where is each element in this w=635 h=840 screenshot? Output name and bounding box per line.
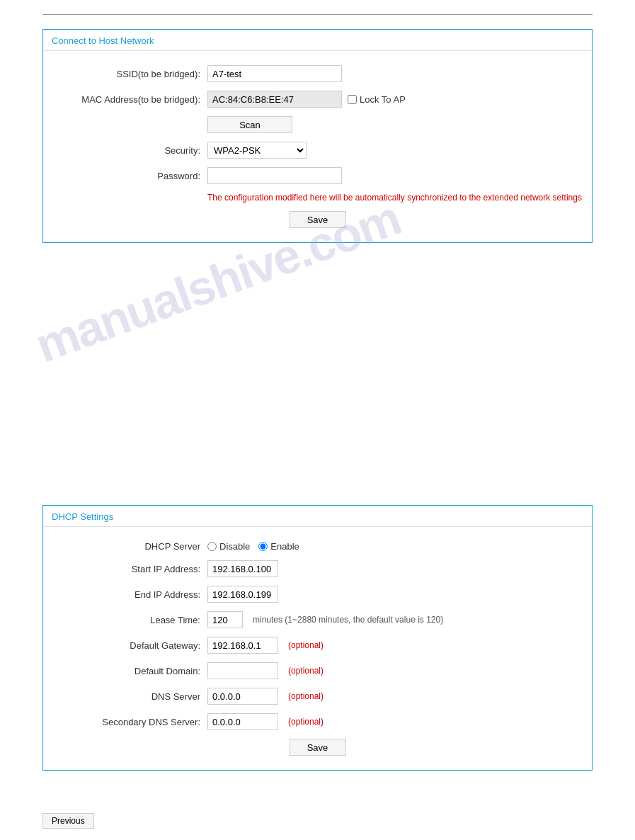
lock-to-ap-label[interactable]: Lock To AP <box>348 94 406 105</box>
ssid-label: SSID(to be bridged): <box>52 69 207 79</box>
dhcp-enable-radio[interactable] <box>258 542 268 551</box>
end-ip-row: End IP Address: <box>52 586 583 603</box>
default-gateway-row: Default Gateway: (optional) <box>52 637 583 654</box>
dns-server-input[interactable] <box>207 688 278 705</box>
dhcp-enable-text: Enable <box>270 541 299 552</box>
start-ip-row: Start IP Address: <box>52 560 583 577</box>
start-ip-label: Start IP Address: <box>52 564 207 574</box>
start-ip-wrap <box>207 560 278 577</box>
mac-control-wrap: Lock To AP <box>207 91 406 108</box>
scan-row: Scan <box>207 116 583 133</box>
default-domain-optional: (optional) <box>288 666 324 676</box>
security-label: Security: <box>52 145 207 156</box>
dns-server-optional: (optional) <box>288 691 324 701</box>
lock-to-ap-text: Lock To AP <box>360 94 406 105</box>
default-domain-input[interactable] <box>207 662 278 679</box>
connect-panel-body: SSID(to be bridged): MAC Address(to be b… <box>43 51 592 242</box>
security-row: Security: None WEP WPA-PSK WPA2-PSK <box>52 142 583 159</box>
password-control-wrap <box>207 167 342 184</box>
security-control-wrap: None WEP WPA-PSK WPA2-PSK <box>207 142 307 159</box>
connect-panel-title: Connect to Host Network <box>43 30 592 51</box>
lease-time-row: Lease Time: minutes (1~2880 minutes, the… <box>52 611 583 628</box>
ssid-input[interactable] <box>207 65 342 82</box>
default-domain-row: Default Domain: (optional) <box>52 662 583 679</box>
bottom-btn-row: Previous <box>0 813 635 840</box>
default-domain-wrap: (optional) <box>207 662 324 679</box>
mac-label: MAC Address(to be bridged): <box>52 94 207 105</box>
mac-input[interactable] <box>207 91 342 108</box>
lease-time-input[interactable] <box>207 611 243 628</box>
connect-save-button[interactable]: Save <box>290 211 346 228</box>
dhcp-disable-radio[interactable] <box>207 542 217 551</box>
lock-to-ap-checkbox[interactable] <box>348 95 357 104</box>
watermark-area: manualshive.com <box>42 264 593 505</box>
dhcp-enable-label[interactable]: Enable <box>258 541 299 552</box>
default-gateway-label: Default Gateway: <box>52 640 207 651</box>
dhcp-save-button[interactable]: Save <box>290 739 346 756</box>
lease-time-wrap: minutes (1~2880 minutes, the default val… <box>207 611 443 628</box>
security-select[interactable]: None WEP WPA-PSK WPA2-PSK <box>207 142 307 159</box>
scan-button[interactable]: Scan <box>207 116 292 133</box>
password-row: Password: <box>52 167 583 184</box>
default-gateway-optional: (optional) <box>288 640 324 650</box>
default-gateway-input[interactable] <box>207 637 278 654</box>
password-label: Password: <box>52 171 207 181</box>
dhcp-radio-group: Disable Enable <box>207 541 299 552</box>
dhcp-server-label: DHCP Server <box>52 541 207 552</box>
ssid-row: SSID(to be bridged): <box>52 65 583 82</box>
secondary-dns-label: Secondary DNS Server: <box>52 717 207 727</box>
previous-button[interactable]: Previous <box>42 813 94 829</box>
dhcp-panel-title: DHCP Settings <box>43 506 592 527</box>
connect-host-network-panel: Connect to Host Network SSID(to be bridg… <box>42 29 593 243</box>
ssid-control-wrap <box>207 65 342 82</box>
secondary-dns-optional: (optional) <box>288 717 324 727</box>
connect-save-row: Save <box>52 211 583 228</box>
secondary-dns-row: Secondary DNS Server: (optional) <box>52 713 583 730</box>
start-ip-input[interactable] <box>207 560 278 577</box>
dns-server-label: DNS Server <box>52 691 207 702</box>
dhcp-settings-panel: DHCP Settings DHCP Server Disable Enable <box>42 505 593 771</box>
dhcp-disable-label[interactable]: Disable <box>207 541 250 552</box>
dns-server-row: DNS Server (optional) <box>52 688 583 705</box>
password-input[interactable] <box>207 167 342 184</box>
default-gateway-wrap: (optional) <box>207 637 324 654</box>
dhcp-panel-body: DHCP Server Disable Enable Sta <box>43 527 592 770</box>
end-ip-input[interactable] <box>207 586 278 603</box>
dhcp-save-row: Save <box>52 739 583 756</box>
secondary-dns-input[interactable] <box>207 713 278 730</box>
lease-time-label: Lease Time: <box>52 615 207 625</box>
default-domain-label: Default Domain: <box>52 666 207 676</box>
mac-row: MAC Address(to be bridged): Lock To AP <box>52 91 583 108</box>
secondary-dns-wrap: (optional) <box>207 713 324 730</box>
warning-text: The configuration modified here will be … <box>207 193 583 203</box>
end-ip-label: End IP Address: <box>52 589 207 600</box>
dns-server-wrap: (optional) <box>207 688 324 705</box>
end-ip-wrap <box>207 586 278 603</box>
lease-hint: minutes (1~2880 minutes, the default val… <box>253 615 443 625</box>
dhcp-disable-text: Disable <box>219 541 250 552</box>
dhcp-server-row: DHCP Server Disable Enable <box>52 541 583 552</box>
